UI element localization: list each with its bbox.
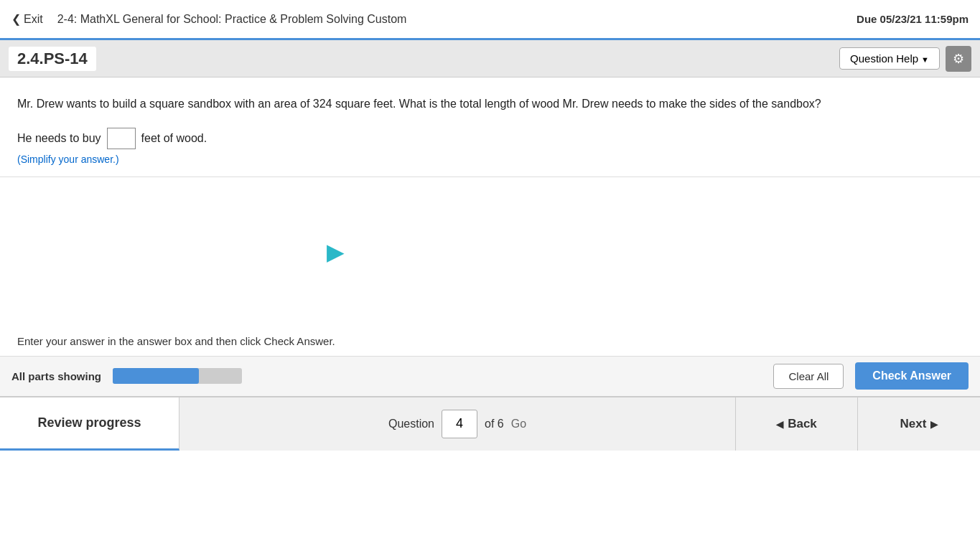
settings-button[interactable]: ⚙ [946, 46, 971, 72]
answer-line: He needs to buy feet of wood. [17, 128, 963, 149]
check-answer-label: Check Answer [872, 369, 951, 382]
review-progress-button[interactable]: Review progress [0, 397, 179, 451]
gear-icon: ⚙ [953, 51, 964, 67]
assignment-title: 2-4: MathXL General for School: Practice… [57, 13, 407, 26]
top-bar-left: ❮ Exit 2-4: MathXL General for School: P… [11, 12, 406, 26]
of-total-label: of 6 [485, 418, 504, 430]
back-button[interactable]: Back [736, 397, 858, 451]
go-label: Go [511, 418, 526, 430]
back-label: Back [788, 417, 817, 431]
exit-label: Exit [24, 13, 43, 26]
arrow-left-icon [776, 417, 783, 431]
check-answer-button[interactable]: Check Answer [855, 362, 969, 390]
bottom-toolbar: All parts showing Clear All Check Answer [0, 356, 980, 396]
problem-text: Mr. Drew wants to build a square sandbox… [17, 95, 963, 113]
due-date: Due 05/23/21 11:59pm [857, 13, 969, 25]
clear-all-button[interactable]: Clear All [773, 364, 844, 389]
chevron-down-icon [921, 52, 929, 65]
simplify-note[interactable]: (Simplify your answer.) [17, 154, 963, 165]
answer-prefix: He needs to buy [17, 132, 101, 145]
question-header-bar: 2.4.PS-14 Question Help ⚙ [0, 40, 980, 77]
main-content: Mr. Drew wants to build a square sandbox… [0, 77, 980, 177]
instructions-text: Enter your answer in the answer box and … [17, 335, 335, 347]
all-parts-label: All parts showing [11, 370, 101, 382]
clear-all-label: Clear All [788, 370, 829, 382]
chevron-left-icon: ❮ [11, 12, 21, 26]
answer-input[interactable] [107, 128, 136, 149]
answer-suffix: feet of wood. [141, 132, 207, 145]
exit-button[interactable]: ❮ Exit [11, 12, 43, 26]
question-help-button[interactable]: Question Help [839, 47, 940, 70]
arrow-right-icon [930, 417, 938, 431]
question-help-label: Question Help [850, 52, 918, 65]
review-progress-label: Review progress [37, 415, 141, 430]
question-number-input[interactable] [442, 410, 477, 438]
bottom-navigation: Review progress Question of 6 Go Back Ne… [0, 396, 980, 451]
question-navigator: Question of 6 Go [179, 397, 736, 451]
progress-bar-fill [113, 368, 199, 384]
top-header-bar: ❮ Exit 2-4: MathXL General for School: P… [0, 0, 980, 40]
progress-bar-container [113, 368, 242, 384]
question-nav-label: Question [388, 418, 434, 430]
cursor-area: ▶ [0, 177, 980, 335]
answer-section: He needs to buy feet of wood. (Simplify … [17, 128, 963, 165]
next-button[interactable]: Next [858, 397, 980, 451]
answer-field[interactable] [108, 128, 135, 149]
go-button[interactable]: Go [511, 418, 526, 430]
progress-bar-background [113, 368, 242, 384]
question-id: 2.4.PS-14 [9, 47, 96, 71]
next-label: Next [900, 417, 927, 431]
question-header-right: Question Help ⚙ [839, 46, 971, 72]
instructions: Enter your answer in the answer box and … [0, 335, 980, 356]
